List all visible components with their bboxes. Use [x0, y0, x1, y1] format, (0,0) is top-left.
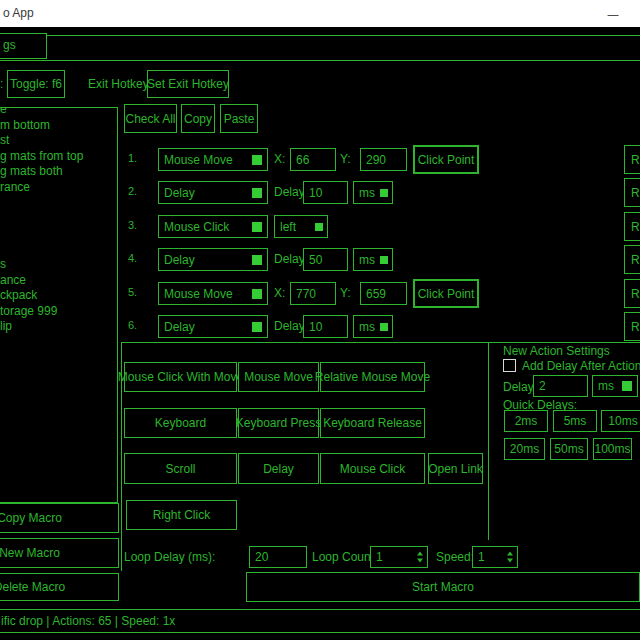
quick-delay-20ms-button[interactable]: 20ms: [504, 438, 545, 460]
delay-unit-select[interactable]: ms: [353, 248, 393, 271]
spinner-down-icon[interactable]: [417, 559, 423, 563]
loop-count-spinner[interactable]: 1: [370, 546, 428, 568]
delay-label: Delay: [274, 252, 305, 266]
add-delay-after-action-checkbox[interactable]: [503, 359, 516, 372]
macro-list-item[interactable]: lip: [0, 319, 117, 335]
actions-panel-bottom-border: [121, 342, 640, 343]
click-point-button[interactable]: Click Point: [413, 279, 479, 308]
nas-unit-select[interactable]: ms: [592, 375, 638, 397]
dropdown-square-icon: [252, 322, 262, 332]
delay-input[interactable]: 50: [303, 248, 348, 271]
action-number: 4.: [128, 252, 137, 264]
add-mouse-click-button[interactable]: Mouse Click: [320, 453, 425, 484]
action-type-select[interactable]: Mouse Move: [158, 148, 268, 171]
copy-actions-button[interactable]: Copy: [181, 104, 215, 133]
minimize-icon[interactable]: —: [598, 0, 628, 27]
remove-action-button[interactable]: R: [624, 245, 640, 274]
remove-action-button[interactable]: R: [624, 312, 640, 341]
spinner-up-icon[interactable]: [417, 552, 423, 556]
add-keyboard-press-button[interactable]: Keyboard Press: [238, 408, 319, 438]
delete-macro-button[interactable]: Delete Macro: [0, 573, 119, 601]
dropdown-square-icon: [380, 323, 388, 331]
paste-actions-button[interactable]: Paste: [220, 104, 258, 133]
add-scroll-button[interactable]: Scroll: [124, 453, 237, 484]
remove-action-button[interactable]: R: [624, 279, 640, 308]
quick-delay-50ms-button[interactable]: 50ms: [550, 438, 588, 460]
copy-macro-button[interactable]: Copy Macro: [0, 503, 119, 533]
macro-list-item[interactable]: rance: [0, 180, 117, 196]
macro-list-item[interactable]: g mats both: [0, 164, 117, 180]
quick-delay-100ms-button[interactable]: 100ms: [593, 438, 632, 460]
window-title: o App: [3, 6, 34, 20]
tab-settings[interactable]: gs: [0, 33, 47, 59]
spinner-up-icon[interactable]: [507, 552, 513, 556]
delay-unit-select[interactable]: ms: [353, 315, 393, 338]
x-label: X:: [274, 152, 285, 166]
action-type-select[interactable]: Delay: [158, 181, 268, 204]
macro-list-item[interactable]: s: [0, 257, 117, 273]
speed-label: Speed:: [436, 550, 474, 564]
action-type-select[interactable]: Delay: [158, 248, 268, 271]
y-input[interactable]: 659: [360, 282, 407, 305]
remove-action-button[interactable]: R: [624, 178, 640, 207]
add-right-click-button[interactable]: Right Click: [126, 500, 237, 530]
click-point-button[interactable]: Click Point: [413, 145, 479, 174]
macro-list: e m bottom st g mats from top g mats bot…: [0, 107, 118, 503]
remove-action-button[interactable]: R: [624, 145, 640, 174]
new-macro-button[interactable]: New Macro: [0, 538, 119, 568]
loop-delay-input[interactable]: 20: [249, 546, 307, 568]
dropdown-square-icon: [315, 223, 323, 231]
macro-list-item: [0, 195, 117, 211]
macro-list-item[interactable]: ckpack: [0, 288, 117, 304]
nas-delay-input[interactable]: 2: [533, 375, 588, 397]
quick-delay-10ms-button[interactable]: 10ms: [601, 410, 640, 432]
action-type-select[interactable]: Mouse Click: [158, 215, 268, 238]
action-type-value: Delay: [164, 253, 195, 267]
dropdown-square-icon: [252, 188, 262, 198]
quick-delay-5ms-button[interactable]: 5ms: [553, 410, 597, 432]
add-open-link-button[interactable]: Open Link: [428, 453, 483, 484]
action-type-select[interactable]: Mouse Move: [158, 282, 268, 305]
delay-input[interactable]: 10: [303, 181, 348, 204]
toggle-hotkey-button[interactable]: Toggle: f6: [7, 70, 65, 98]
loop-count-value: 1: [376, 550, 383, 564]
macro-list-item[interactable]: ance: [0, 273, 117, 289]
spinner-down-icon[interactable]: [507, 559, 513, 563]
x-input[interactable]: 770: [290, 282, 336, 305]
quick-delay-2ms-button[interactable]: 2ms: [504, 410, 548, 432]
macro-list-item[interactable]: g mats from top: [0, 149, 117, 165]
set-exit-hotkey-button[interactable]: Set Exit Hotkey: [147, 70, 229, 98]
status-text: ific drop | Actions: 65 | Speed: 1x: [1, 614, 175, 628]
loop-delay-label: Loop Delay (ms):: [124, 550, 215, 564]
y-label: Y:: [340, 286, 351, 300]
macro-list-item[interactable]: st: [0, 133, 117, 149]
exit-hotkey-label: Exit Hotkey:: [88, 77, 152, 91]
mouse-button-select[interactable]: left: [274, 215, 328, 238]
add-mouse-move-button[interactable]: Mouse Move: [238, 362, 319, 392]
x-label: X:: [274, 286, 285, 300]
add-relative-mouse-move-button[interactable]: Relative Mouse Move: [320, 362, 425, 392]
check-all-button[interactable]: Check All: [124, 104, 177, 133]
spinner-arrows[interactable]: [507, 552, 513, 563]
add-keyboard-button[interactable]: Keyboard: [124, 408, 237, 438]
macro-list-item[interactable]: m bottom: [0, 118, 117, 134]
speed-spinner[interactable]: 1: [472, 546, 518, 568]
dropdown-square-icon: [252, 289, 262, 299]
action-type-value: Delay: [164, 320, 195, 334]
spinner-arrows[interactable]: [417, 552, 423, 563]
add-delay-after-action-label: Add Delay After Action: [522, 359, 640, 373]
add-mouse-click-with-move-button[interactable]: Mouse Click With Move: [124, 362, 237, 392]
delay-input[interactable]: 10: [303, 315, 348, 338]
add-keyboard-release-button[interactable]: Keyboard Release: [320, 408, 425, 438]
x-input[interactable]: 66: [290, 148, 336, 171]
macro-list-item: [0, 211, 117, 227]
macro-list-item[interactable]: e: [0, 107, 117, 118]
add-delay-button[interactable]: Delay: [238, 453, 319, 484]
y-input[interactable]: 290: [360, 148, 407, 171]
action-type-select[interactable]: Delay: [158, 315, 268, 338]
delay-unit-select[interactable]: ms: [353, 181, 393, 204]
start-macro-button[interactable]: Start Macro: [246, 572, 640, 602]
macro-list-item[interactable]: torage 999: [0, 304, 117, 320]
delay-unit-value: ms: [359, 320, 375, 334]
remove-action-button[interactable]: R: [624, 212, 640, 241]
